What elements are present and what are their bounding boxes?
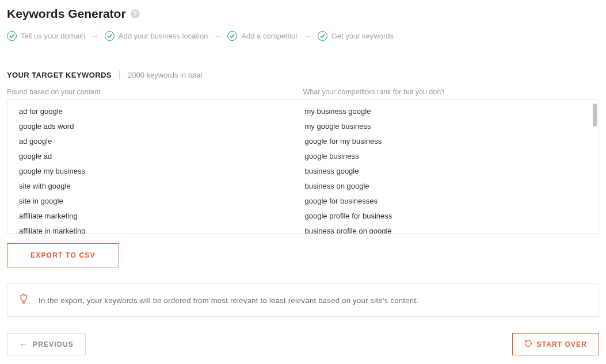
list-item[interactable]: ad google <box>19 137 302 145</box>
start-over-button[interactable]: START OVER <box>512 333 599 355</box>
svg-line-2 <box>28 295 28 296</box>
list-item[interactable]: business profile on google <box>305 227 588 234</box>
step-domain: Tell us your domain <box>7 31 85 41</box>
check-icon <box>227 31 237 41</box>
previous-button[interactable]: ← PREVIOUS <box>7 333 86 355</box>
list-item[interactable]: affiliate in marketing <box>19 227 302 234</box>
section-subtitle: 2000 keywords in total <box>128 71 202 79</box>
list-item[interactable]: business google <box>305 167 588 175</box>
step-location: Add your business location <box>105 31 208 41</box>
step-keywords: Get your keywords <box>318 31 394 41</box>
arrow-right-icon: → <box>304 32 312 41</box>
step-label: Add a competitor <box>241 32 298 40</box>
list-item[interactable]: site with google <box>19 182 302 190</box>
keywords-column-right: my business google my google business go… <box>302 107 588 234</box>
step-competitor: Add a competitor <box>227 31 298 41</box>
arrow-right-icon: → <box>91 32 99 41</box>
tip-text: In the export, your keywords will be ord… <box>39 296 418 305</box>
section-title: YOUR TARGET KEYWORDS <box>7 71 112 79</box>
footer-row: ← PREVIOUS START OVER <box>7 333 599 355</box>
list-item[interactable]: affiliate marketing <box>19 212 302 220</box>
list-item[interactable]: google ad <box>19 152 302 160</box>
column-headers: Found based on your content What your co… <box>7 88 599 96</box>
list-item[interactable]: google for my business <box>305 137 588 145</box>
list-item[interactable]: my business google <box>305 107 588 116</box>
arrow-right-icon: → <box>214 32 222 41</box>
list-item[interactable]: site in google <box>19 197 302 205</box>
export-csv-button[interactable]: EXPORT TO CSV <box>7 243 119 267</box>
page-title-row: Keywords Generator ? <box>7 7 599 21</box>
actions-row: EXPORT TO CSV <box>7 243 599 267</box>
column-header-right: What your competitors rank for but you d… <box>303 88 600 96</box>
section-header: YOUR TARGET KEYWORDS | 2000 keywords in … <box>7 70 599 80</box>
column-header-left: Found based on your content <box>7 88 303 96</box>
wizard-steps: Tell us your domain → Add your business … <box>7 31 599 41</box>
list-item[interactable]: google business <box>305 152 588 160</box>
list-item[interactable]: google my business <box>19 167 302 175</box>
list-item[interactable]: google profile for business <box>305 212 588 220</box>
list-item[interactable]: my google business <box>305 122 588 131</box>
svg-line-1 <box>20 295 20 296</box>
divider: | <box>119 70 121 80</box>
list-item[interactable]: google for businesses <box>305 197 588 205</box>
step-label: Tell us your domain <box>21 32 85 40</box>
check-icon <box>105 31 115 41</box>
previous-button-label: PREVIOUS <box>33 340 74 348</box>
step-label: Get your keywords <box>331 32 394 40</box>
step-label: Add your business location <box>119 32 208 40</box>
keywords-column-left: ad for google google ads word ad google … <box>19 107 302 234</box>
start-over-button-label: START OVER <box>537 340 587 348</box>
lightbulb-icon <box>18 293 29 307</box>
check-icon <box>7 31 17 41</box>
arrow-left-icon: ← <box>19 339 28 349</box>
list-item[interactable]: google ads word <box>19 122 302 131</box>
page-title: Keywords Generator <box>7 7 126 21</box>
list-item[interactable]: business on google <box>305 182 588 190</box>
keywords-list-box[interactable]: ad for google google ads word ad google … <box>7 99 599 234</box>
help-icon[interactable]: ? <box>131 9 140 18</box>
scrollbar[interactable] <box>593 104 597 127</box>
list-item[interactable]: ad for google <box>19 107 302 116</box>
restart-icon <box>524 339 532 349</box>
check-icon <box>318 31 327 41</box>
tip-box: In the export, your keywords will be ord… <box>7 283 599 317</box>
